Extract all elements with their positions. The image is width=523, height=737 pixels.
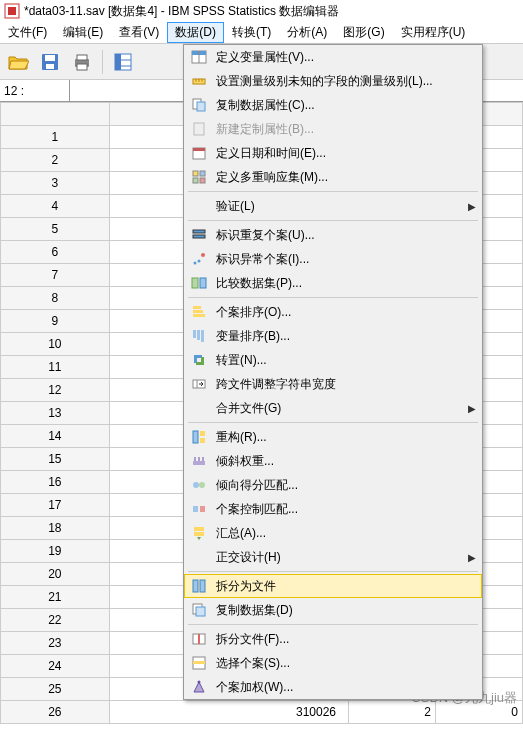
svg-rect-27	[200, 178, 205, 183]
transpose-icon	[190, 352, 208, 368]
row-header[interactable]: 10	[1, 333, 110, 356]
menu-item[interactable]: 编辑(E)	[55, 22, 111, 43]
menu-item[interactable]: 定义变量属性(V)...	[184, 45, 482, 69]
menu-item[interactable]: 拆分文件(F)...	[184, 627, 482, 651]
row-header[interactable]: 21	[1, 586, 110, 609]
row-header[interactable]: 26	[1, 701, 110, 724]
menu-item-label: 设置测量级别未知的字段的测量级别(L)...	[216, 73, 476, 90]
menu-item[interactable]: 汇总(A)...	[184, 521, 482, 545]
row-header[interactable]: 24	[1, 655, 110, 678]
menu-item[interactable]: 实用程序(U)	[393, 22, 474, 43]
svg-rect-34	[200, 278, 206, 288]
menu-item[interactable]: 跨文件调整字符串宽度	[184, 372, 482, 396]
menu-item: 新建定制属性(B)...	[184, 117, 482, 141]
cell-reference[interactable]: 12 :	[0, 80, 70, 101]
menu-item[interactable]: 个案控制匹配...	[184, 497, 482, 521]
row-header[interactable]: 17	[1, 494, 110, 517]
row-header[interactable]: 8	[1, 287, 110, 310]
row-header[interactable]: 16	[1, 471, 110, 494]
blank-icon	[190, 549, 208, 565]
outlier-icon	[190, 251, 208, 267]
menu-item[interactable]: 个案加权(W)...	[184, 675, 482, 699]
menu-item[interactable]: 图形(G)	[335, 22, 392, 43]
menu-item[interactable]: 倾向得分匹配...	[184, 473, 482, 497]
row-header[interactable]: 13	[1, 402, 110, 425]
open-button[interactable]	[4, 48, 32, 76]
row-header[interactable]: 4	[1, 195, 110, 218]
psm-icon	[190, 477, 208, 493]
menu-item[interactable]: 验证(L)▶	[184, 194, 482, 218]
menu-separator	[188, 191, 478, 192]
svg-rect-7	[77, 64, 87, 70]
row-header[interactable]: 11	[1, 356, 110, 379]
menu-item[interactable]: 变量排序(B)...	[184, 324, 482, 348]
sort-case-icon	[190, 304, 208, 320]
data-cell[interactable]: 0	[436, 701, 523, 724]
menu-item[interactable]: 倾斜权重...	[184, 449, 482, 473]
app-icon	[4, 3, 20, 19]
menu-item[interactable]: 拆分为文件	[184, 574, 482, 598]
row-header[interactable]: 2	[1, 149, 110, 172]
row-header[interactable]: 19	[1, 540, 110, 563]
compare-icon	[190, 275, 208, 291]
sort-var-icon	[190, 328, 208, 344]
row-header[interactable]: 6	[1, 241, 110, 264]
svg-rect-54	[194, 527, 204, 531]
menu-separator	[188, 571, 478, 572]
menu-item[interactable]: 文件(F)	[0, 22, 55, 43]
svg-rect-25	[200, 171, 205, 176]
new-icon	[190, 121, 208, 137]
menu-item[interactable]: 标识重复个案(U)...	[184, 223, 482, 247]
data-cell[interactable]: 2	[349, 701, 436, 724]
menu-item[interactable]: 转置(N)...	[184, 348, 482, 372]
row-header[interactable]: 15	[1, 448, 110, 471]
data-cell[interactable]: 310026	[109, 701, 348, 724]
save-button[interactable]	[36, 48, 64, 76]
menu-item[interactable]: 复制数据属性(C)...	[184, 93, 482, 117]
menu-item[interactable]: 定义日期和时间(E)...	[184, 141, 482, 165]
menu-item-label: 新建定制属性(B)...	[216, 121, 476, 138]
menu-item[interactable]: 正交设计(H)▶	[184, 545, 482, 569]
menu-separator	[188, 297, 478, 298]
svg-rect-26	[193, 178, 198, 183]
svg-rect-29	[193, 235, 205, 238]
row-header[interactable]: 14	[1, 425, 110, 448]
menu-separator	[188, 220, 478, 221]
row-header[interactable]: 22	[1, 609, 110, 632]
menu-item[interactable]: 设置测量级别未知的字段的测量级别(L)...	[184, 69, 482, 93]
row-header[interactable]: 25	[1, 678, 110, 701]
menu-item[interactable]: 比较数据集(P)...	[184, 271, 482, 295]
row-header[interactable]: 1	[1, 126, 110, 149]
adjust-icon	[190, 376, 208, 392]
menu-item[interactable]: 标识异常个案(I)...	[184, 247, 482, 271]
menu-item[interactable]: 重构(R)...	[184, 425, 482, 449]
ruler-icon	[190, 73, 208, 89]
row-header[interactable]: 12	[1, 379, 110, 402]
row-header[interactable]: 3	[1, 172, 110, 195]
row-header[interactable]: 9	[1, 310, 110, 333]
submenu-arrow-icon: ▶	[468, 403, 476, 414]
row-header[interactable]: 18	[1, 517, 110, 540]
svg-rect-4	[46, 64, 54, 69]
menu-item[interactable]: 定义多重响应集(M)...	[184, 165, 482, 189]
menu-item[interactable]: 数据(D)	[167, 22, 224, 43]
row-header[interactable]: 7	[1, 264, 110, 287]
menu-item-label: 合并文件(G)	[216, 400, 468, 417]
menu-item[interactable]: 合并文件(G)▶	[184, 396, 482, 420]
menu-item[interactable]: 复制数据集(D)	[184, 598, 482, 622]
row-header[interactable]: 5	[1, 218, 110, 241]
grid-view-button[interactable]	[109, 48, 137, 76]
menu-item[interactable]: 选择个案(S)...	[184, 651, 482, 675]
menu-item-label: 拆分为文件	[216, 578, 476, 595]
menu-item[interactable]: 个案排序(O)...	[184, 300, 482, 324]
row-header[interactable]: 20	[1, 563, 110, 586]
svg-rect-59	[196, 607, 205, 616]
svg-point-32	[201, 253, 205, 257]
menu-item[interactable]: 分析(A)	[279, 22, 335, 43]
ccm-icon	[190, 501, 208, 517]
menu-item[interactable]: 查看(V)	[111, 22, 167, 43]
print-button[interactable]	[68, 48, 96, 76]
menu-item-label: 拆分文件(F)...	[216, 631, 476, 648]
row-header[interactable]: 23	[1, 632, 110, 655]
menu-item[interactable]: 转换(T)	[224, 22, 279, 43]
